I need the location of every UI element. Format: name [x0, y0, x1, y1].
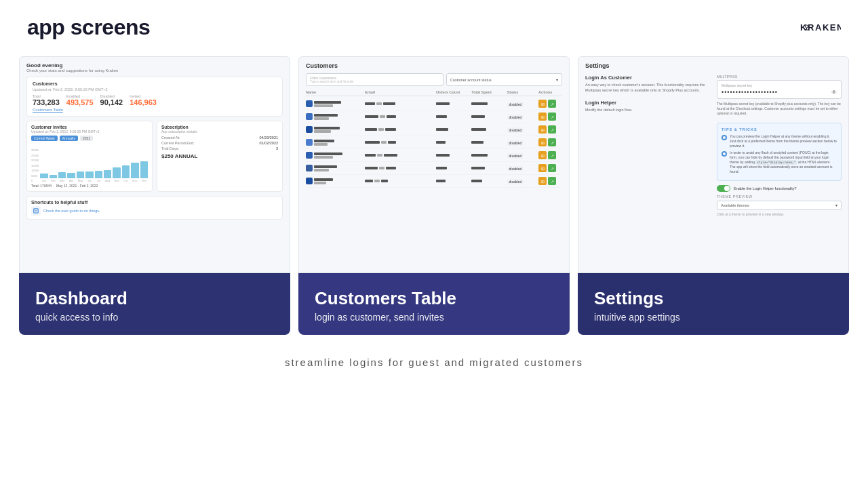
search-hint: Type a search term and hit enter [310, 80, 439, 83]
col-orders: Orders Count [436, 90, 471, 94]
settings-label-card: Settings intuitive app settings [578, 273, 849, 335]
login-helper-title: Login Helper [585, 100, 710, 106]
dashboard-label-card: Dashboard quick access to info [19, 273, 290, 335]
multipass-label: Multipass secret key [722, 83, 837, 87]
pill-year[interactable]: 2021 [80, 136, 93, 141]
tips-dot-icon [722, 135, 727, 140]
shortcut-item: Check the user guide to do things. [31, 206, 278, 216]
row-email [365, 154, 436, 157]
theme-select-label: Available themes [721, 203, 749, 207]
page-header: app screens K R AKEN [0, 0, 868, 52]
customers-label-title: Customers Table [315, 288, 553, 309]
page-title: app screens [27, 15, 150, 40]
logo-icon: K R AKEN [800, 18, 841, 37]
row-name [306, 178, 365, 184]
row-email [365, 141, 436, 144]
action-btn-orange[interactable]: ⊞ [538, 177, 547, 185]
dash-bottom-row: Customer Invites Updated at: Feb 2, 2022… [26, 121, 283, 192]
action-btn-orange[interactable]: ⊞ [538, 100, 547, 108]
dashboard-label-title: Dashboard [35, 288, 274, 309]
multipass-section: MULTIPASS Multipass secret key •••••••••… [717, 75, 842, 116]
invites-pills: Current Week Annually 2021 [31, 136, 148, 141]
action-btn-green[interactable]: ↗ [548, 138, 556, 146]
logo: K R AKEN [800, 18, 841, 37]
invites-title: Customer Invites [31, 125, 148, 129]
settings-label-title: Settings [594, 288, 833, 309]
settings-screen-wrapper: Settings Login As Customer An easy way t… [578, 56, 849, 335]
customers-status-dropdown[interactable]: Customer account status ▾ [446, 73, 562, 86]
row-status: disabled [507, 102, 539, 106]
login-helper-toggle[interactable] [717, 185, 730, 192]
row-spent [471, 115, 507, 118]
status-badge: disabled [507, 140, 524, 146]
theme-select-dropdown[interactable]: Available themes ▾ [717, 201, 842, 210]
subscription-subtitle: App subscription details [161, 129, 278, 134]
tips-item-2: In order to avoid any flash of unstyled … [722, 150, 837, 174]
theme-preview-section: THEME PREVIEW Available themes ▾ Click a… [717, 195, 842, 216]
subscription-price: $250 ANNUAL [161, 153, 278, 159]
customers-table-link[interactable]: Customers Table [33, 108, 277, 112]
tips-text-1: You can preview the Login Helper at any … [730, 134, 837, 148]
action-btn-green[interactable]: ↗ [548, 100, 556, 108]
row-actions: ⊞ ↗ [538, 138, 562, 146]
chart-total: Total: 176944 May 12, 2021 - Feb 2, 2022 [31, 184, 148, 188]
action-btn-green[interactable]: ↗ [548, 177, 556, 185]
status-badge: disabled [507, 127, 524, 133]
svg-text:R: R [808, 22, 815, 33]
row-name [306, 165, 365, 171]
row-email [365, 102, 436, 105]
dash-invites-section: Customer Invites Updated at: Feb 2, 2022… [26, 121, 153, 192]
row-spent [471, 154, 507, 157]
enabled-value: 493,575 [66, 98, 94, 106]
settings-title: Settings [585, 62, 842, 69]
screen-fade-dashboard [20, 232, 290, 272]
settings-screen-card: Settings Login As Customer An easy way t… [578, 56, 849, 273]
pill-week[interactable]: Current Week [31, 136, 58, 141]
invites-chart [40, 144, 148, 178]
action-btn-green[interactable]: ↗ [548, 113, 556, 121]
row-spent [471, 141, 507, 144]
tips-item-1: You can preview the Login Helper at any … [722, 134, 837, 148]
action-btn-orange[interactable]: ⊞ [538, 125, 547, 134]
customers-search[interactable]: Filter customers Type a search term and … [306, 73, 443, 86]
customers-screen-wrapper: Customers Filter customers Type a search… [298, 56, 570, 335]
action-btn-orange[interactable]: ⊞ [538, 151, 547, 159]
eye-icon[interactable]: 👁 [831, 89, 837, 96]
action-btn-green[interactable]: ↗ [548, 164, 556, 172]
action-btn-orange[interactable]: ⊞ [538, 164, 547, 172]
settings-label-subtitle: intuitive app settings [594, 312, 833, 323]
table-row: disabled ⊞ ↗ [306, 175, 562, 188]
settings-left-col: Login As Customer An easy way to check c… [585, 75, 710, 223]
row-status: disabled [507, 153, 539, 158]
row-orders [436, 141, 471, 144]
settings-right-col: MULTIPASS Multipass secret key •••••••••… [717, 75, 842, 223]
dashboard-screen-card: Good evening Check your stats and sugges… [19, 56, 290, 273]
table-row: disabled ⊞ ↗ [306, 98, 562, 110]
row-spent [471, 128, 507, 131]
dropdown-arrow-icon: ▾ [556, 78, 558, 82]
row-name [306, 113, 365, 120]
multipass-input-box: Multipass secret key •••••••••••••••••••… [717, 80, 842, 99]
dashboard-screen-wrapper: Good evening Check your stats and sugges… [19, 56, 290, 335]
invited-value: 146,963 [130, 98, 157, 106]
multipass-note: The Multipass secret key (available to S… [717, 102, 842, 116]
table-row: disabled ⊞ ↗ [306, 162, 562, 175]
customers-filters: Filter customers Type a search term and … [306, 73, 562, 86]
invites-updated: Updated at: Feb 2, 2022, 9:55:30 PM GMT+… [31, 129, 148, 134]
action-btn-green[interactable]: ↗ [548, 151, 556, 159]
action-btn-orange[interactable]: ⊞ [538, 113, 547, 121]
col-spent: Total Spent [471, 90, 507, 94]
row-orders [436, 128, 471, 131]
row-orders [436, 115, 471, 118]
tagline-wrapper: streamline logins for guest and migrated… [0, 357, 868, 369]
sub-row-created: Created At: 04/29/2021 [161, 136, 278, 140]
row-name [306, 100, 365, 107]
status-badge: disabled [507, 179, 524, 184]
login-helper-section: Login Helper Modify the default login fl… [585, 100, 710, 113]
pill-annually[interactable]: Annually [60, 136, 78, 141]
action-btn-orange[interactable]: ⊞ [538, 138, 547, 146]
dash-stat-enabled: Enabled 493,575 [66, 94, 94, 106]
table-row: disabled ⊞ ↗ [306, 136, 562, 149]
action-btn-green[interactable]: ↗ [548, 125, 556, 134]
subscription-title: Subscription [161, 125, 278, 129]
